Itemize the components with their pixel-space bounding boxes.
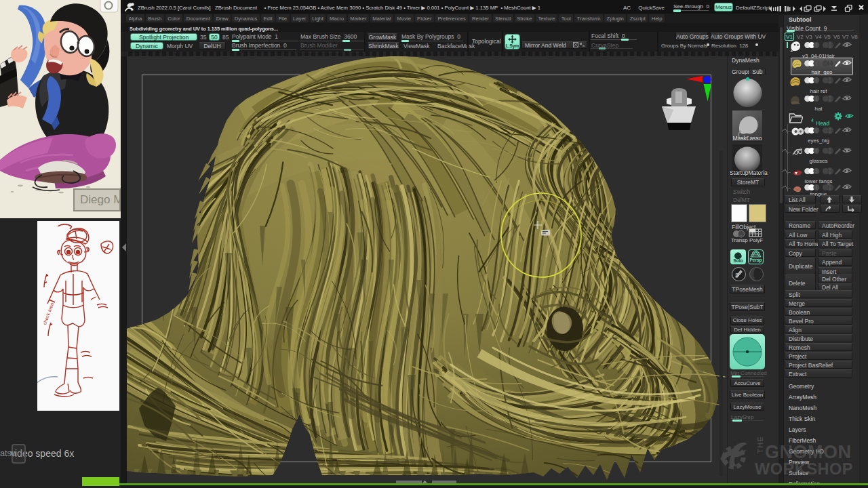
svg-text:WORKSHOP: WORKSHOP xyxy=(755,460,853,478)
svg-text:THE: THE xyxy=(756,437,764,453)
svg-text:GNOMON: GNOMON xyxy=(765,442,852,462)
svg-text:S: S xyxy=(735,272,738,278)
